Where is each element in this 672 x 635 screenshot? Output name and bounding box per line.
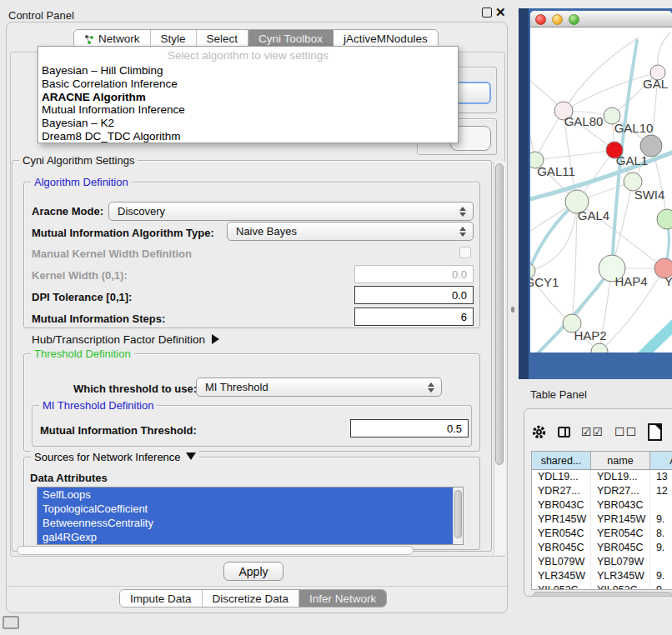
- table-row[interactable]: YLR345WYLR345W9.: [532, 569, 672, 583]
- sources-group-label[interactable]: Sources for Network Inference: [31, 451, 199, 463]
- bottom-tab-discretize-data[interactable]: Discretize Data: [203, 590, 300, 607]
- float-panel-icon[interactable]: [482, 8, 492, 18]
- table-row[interactable]: YBR045CYBR045C9.: [532, 541, 672, 555]
- settings-vertical-scrollbar[interactable]: [494, 162, 505, 555]
- table-cell[interactable]: 12: [650, 484, 672, 498]
- mi-threshold-field[interactable]: 0.5: [350, 419, 469, 438]
- column-header-shared...[interactable]: shared...: [532, 452, 591, 469]
- table-cell[interactable]: YER054C: [591, 527, 650, 541]
- table-cell[interactable]: YBL079W: [591, 555, 650, 569]
- table-cell[interactable]: [650, 498, 672, 512]
- table-cell[interactable]: YBR043C: [591, 498, 650, 512]
- attribute-item[interactable]: TopologicalCoefficient: [38, 502, 463, 516]
- which-threshold-combo[interactable]: MI Threshold: [196, 378, 442, 397]
- mi-steps-field[interactable]: 6: [354, 308, 474, 326]
- table-cell[interactable]: YDL19...: [591, 470, 650, 484]
- table-cell[interactable]: YER054C: [532, 527, 591, 541]
- table-cell[interactable]: 9.: [650, 583, 672, 590]
- table-row[interactable]: YDR27...YDR27...12: [532, 484, 672, 498]
- close-window-icon[interactable]: [535, 14, 546, 25]
- column-header-name[interactable]: name: [591, 452, 650, 469]
- gear-icon[interactable]: [531, 424, 547, 440]
- network-node[interactable]: [591, 343, 608, 352]
- attributes-list-scrollbar[interactable]: [453, 488, 463, 544]
- unchecked-boxes-icon[interactable]: ☐☐: [614, 425, 637, 438]
- disclosure-right-icon: [212, 334, 219, 344]
- minimized-panel-grip[interactable]: [3, 616, 19, 629]
- network-window-titlebar[interactable]: [530, 11, 672, 28]
- table-row[interactable]: YBR043CYBR043C: [532, 498, 672, 512]
- table-cell[interactable]: YLR345W: [532, 569, 591, 583]
- table-cell[interactable]: YBR043C: [532, 498, 591, 512]
- table-cell[interactable]: YPR145W: [532, 512, 591, 527]
- table-cell[interactable]: [650, 555, 672, 569]
- table-cell[interactable]: 9.: [650, 569, 672, 583]
- dpi-tolerance-field[interactable]: 0.0: [354, 286, 474, 304]
- table-cell[interactable]: YIL052C: [532, 583, 591, 590]
- column-header-A[interactable]: A: [650, 452, 672, 469]
- table-row[interactable]: YER054CYER054C8.: [532, 527, 672, 541]
- attribute-item[interactable]: BetweennessCentrality: [38, 516, 463, 530]
- hub-definition-disclosure[interactable]: Hub/Transcription Factor Definition: [32, 333, 219, 346]
- algorithm-option[interactable]: Basic Correlation Inference: [38, 78, 458, 91]
- table-row[interactable]: YBL079WYBL079W: [532, 555, 672, 569]
- table-cell[interactable]: 8.: [650, 527, 672, 541]
- algorithm-option[interactable]: ARACNE Algorithm: [38, 91, 458, 104]
- network-canvas[interactable]: GALGAL80GAL10GAL1GAL11SWI4GAL4GCY1HAP4YH…: [530, 28, 672, 352]
- table-cell[interactable]: YBR045C: [532, 541, 591, 555]
- bottom-tab-infer-network[interactable]: Infer Network: [299, 590, 386, 607]
- data-attributes-list[interactable]: SelfLoopsTopologicalCoefficientBetweenne…: [37, 487, 464, 545]
- close-panel-icon[interactable]: ✕: [495, 8, 506, 18]
- table-cell[interactable]: YDR27...: [591, 484, 650, 498]
- table-cell[interactable]: YLR345W: [591, 569, 650, 583]
- checked-boxes-icon[interactable]: ☑☑: [581, 425, 604, 438]
- kernel-width-field[interactable]: 0.0: [354, 265, 474, 283]
- tab-network[interactable]: Network: [74, 30, 151, 48]
- minimize-window-icon[interactable]: [552, 14, 563, 25]
- table-cell[interactable]: 9.: [650, 541, 672, 555]
- columns-icon[interactable]: [558, 427, 570, 438]
- table-cell[interactable]: YDR27...: [532, 484, 591, 498]
- mi-algorithm-type-combo[interactable]: Naive Bayes: [227, 222, 474, 241]
- manual-kernel-width-checkbox[interactable]: [459, 247, 471, 258]
- network-edge: [620, 312, 672, 352]
- aracne-mode-combo[interactable]: Discovery: [108, 202, 474, 221]
- bottom-tab-impute-data[interactable]: Impute Data: [120, 590, 203, 607]
- settings-horizontal-scrollbar[interactable]: [17, 546, 414, 555]
- network-icon: [84, 34, 94, 44]
- algorithm-option[interactable]: Bayesian – K2: [38, 117, 458, 130]
- table-cell[interactable]: YDL19...: [532, 470, 591, 484]
- table-cell[interactable]: YBL079W: [532, 555, 591, 569]
- apply-button[interactable]: Apply: [223, 562, 283, 581]
- panel-divider-line: [8, 586, 507, 587]
- zoom-window-icon[interactable]: [569, 14, 579, 25]
- split-pane-handle[interactable]: [511, 307, 514, 312]
- table-cell[interactable]: 13: [650, 470, 672, 484]
- attribute-item[interactable]: gal4RGexp: [38, 530, 463, 544]
- node-label-gal80: GAL80: [564, 114, 604, 128]
- settings-scrollbar-thumb[interactable]: [495, 163, 504, 465]
- attributes-scrollbar-thumb[interactable]: [454, 490, 462, 538]
- network-edge: [530, 202, 577, 271]
- focused-combo-fragment[interactable]: [454, 82, 491, 104]
- algorithm-option[interactable]: Bayesian – Hill Climbing: [38, 64, 458, 78]
- table-horizontal-scrollbar[interactable]: [533, 592, 672, 597]
- aracne-mode-label: Aracne Mode:: [32, 205, 103, 218]
- network-node[interactable]: [657, 209, 672, 229]
- tab-select[interactable]: Select: [197, 30, 249, 48]
- table-row[interactable]: YPR145WYPR145W9.: [532, 512, 672, 527]
- tab-jactivemnodules[interactable]: jActiveMNodules: [333, 30, 438, 48]
- table-cell[interactable]: YIL052C: [591, 583, 650, 590]
- table-row[interactable]: YIL052CYIL052C9.: [532, 583, 672, 590]
- tab-style[interactable]: Style: [151, 30, 197, 48]
- document-icon[interactable]: [648, 423, 662, 441]
- table-cell[interactable]: YBR045C: [591, 541, 650, 555]
- algorithm-option[interactable]: Mutual Information Inference: [38, 103, 458, 117]
- table-cell[interactable]: 9.: [650, 512, 672, 527]
- attribute-item[interactable]: SelfLoops: [38, 488, 463, 502]
- dpi-tolerance-label: DPI Tolerance [0,1]:: [32, 291, 132, 303]
- tab-cyni-toolbox[interactable]: Cyni Toolbox: [248, 30, 333, 48]
- table-row[interactable]: YDL19...YDL19...13: [532, 470, 672, 484]
- algorithm-option[interactable]: Dream8 DC_TDC Algorithm: [38, 130, 458, 143]
- table-cell[interactable]: YPR145W: [591, 512, 650, 527]
